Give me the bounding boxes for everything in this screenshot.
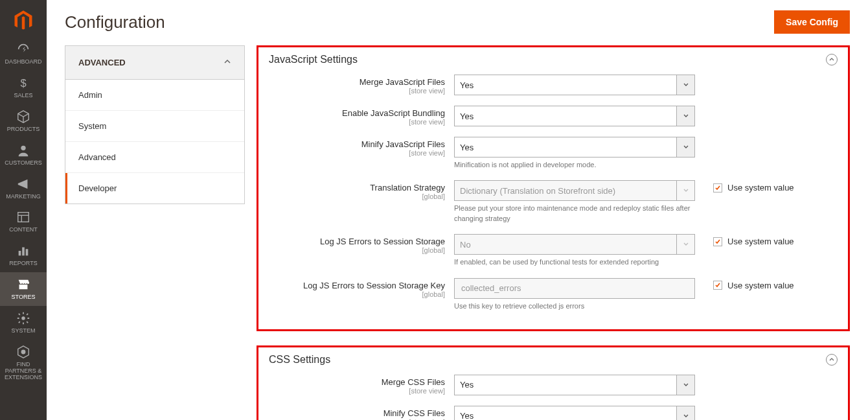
select-minify-js[interactable]: Yes [454, 137, 695, 158]
save-config-button[interactable]: Save Config [774, 10, 850, 34]
select-merge-css[interactable]: Yes [454, 375, 695, 395]
chevron-down-icon [676, 375, 694, 395]
config-nav-admin[interactable]: Admin [65, 80, 244, 111]
select-bundle-js[interactable]: Yes [454, 106, 695, 126]
fieldset-head-css[interactable]: CSS Settings [266, 347, 840, 369]
svg-point-8 [21, 316, 25, 320]
admin-nav: DASHBOARD $SALES PRODUCTS CUSTOMERS MARK… [0, 0, 47, 420]
config-nav-developer[interactable]: Developer [65, 173, 244, 204]
chevron-down-icon [676, 106, 694, 126]
label-bundle-js: Enable JavaScript Bundling [266, 108, 445, 118]
select-log-js-errors: No [454, 234, 695, 255]
config-nav-heading-advanced[interactable]: ADVANCED [65, 46, 244, 80]
fieldset-css-settings: CSS Settings Merge CSS Files[store view]… [257, 345, 850, 420]
label-merge-css: Merge CSS Files [266, 377, 445, 387]
svg-rect-6 [22, 248, 25, 256]
svg-rect-7 [26, 250, 29, 256]
label-log-js-key: Log JS Errors to Session Storage Key [266, 281, 445, 290]
svg-rect-5 [19, 251, 21, 255]
nav-dashboard[interactable]: DASHBOARD [0, 37, 47, 71]
label-log-js-errors: Log JS Errors to Session Storage [266, 237, 445, 246]
page-title: Configuration [65, 12, 165, 32]
checkbox-use-system-logkey[interactable] [713, 281, 722, 290]
config-nav-advanced[interactable]: Advanced [65, 142, 244, 173]
svg-point-9 [21, 350, 25, 354]
input-log-js-key: collected_errors [454, 278, 695, 299]
svg-text:$: $ [20, 76, 26, 88]
chevron-down-icon [676, 235, 694, 254]
svg-point-1 [21, 145, 25, 150]
nav-stores[interactable]: STORES [0, 272, 47, 306]
collapse-icon [826, 354, 838, 366]
label-minify-js: Minify JavaScript Files [266, 139, 445, 149]
checkbox-use-system-log[interactable] [713, 237, 722, 246]
nav-system[interactable]: SYSTEM [0, 306, 47, 340]
svg-rect-2 [18, 213, 29, 222]
chevron-down-icon [676, 75, 694, 95]
config-nav-system[interactable]: System [65, 111, 244, 142]
label-translation-strategy: Translation Strategy [266, 183, 445, 192]
nav-sales[interactable]: $SALES [0, 71, 47, 104]
label-minify-css: Minify CSS Files [266, 408, 445, 418]
fieldset-javascript-settings: JavaScript Settings Merge JavaScript Fil… [257, 45, 850, 331]
nav-content[interactable]: CONTENT [0, 205, 47, 239]
config-nav: ADVANCED Admin System Advanced Developer [65, 45, 245, 204]
chevron-down-icon [676, 181, 694, 200]
nav-customers[interactable]: CUSTOMERS [0, 138, 47, 172]
select-minify-css[interactable]: Yes [454, 406, 695, 420]
chevron-up-icon [223, 58, 231, 67]
nav-products[interactable]: PRODUCTS [0, 104, 47, 138]
nav-reports[interactable]: REPORTS [0, 239, 47, 272]
nav-marketing[interactable]: MARKETING [0, 172, 47, 205]
chevron-down-icon [676, 406, 694, 420]
magento-logo[interactable] [12, 5, 35, 37]
select-translation-strategy: Dictionary (Translation on Storefront si… [454, 180, 695, 201]
select-merge-js[interactable]: Yes [454, 75, 695, 95]
label-merge-js: Merge JavaScript Files [266, 77, 445, 87]
checkbox-use-system-translation[interactable] [713, 183, 722, 192]
fieldset-head-js[interactable]: JavaScript Settings [266, 47, 840, 69]
chevron-down-icon [676, 137, 694, 157]
collapse-icon [826, 54, 838, 65]
nav-partners[interactable]: FIND PARTNERS & EXTENSIONS [0, 340, 47, 386]
